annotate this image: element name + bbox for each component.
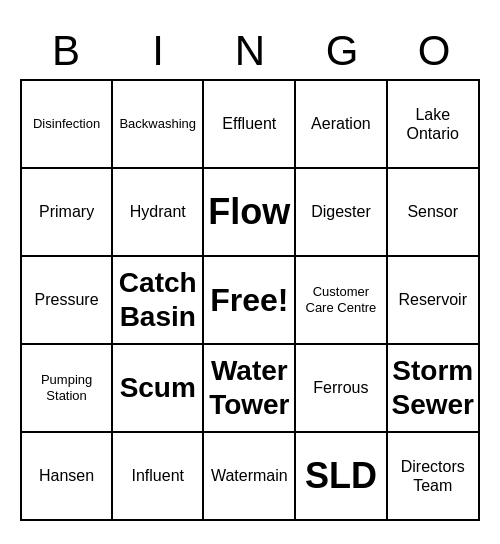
bingo-cell-text-20: Hansen <box>39 466 94 485</box>
bingo-cell-20: Hansen <box>22 433 113 521</box>
bingo-cell-18: Ferrous <box>296 345 387 433</box>
bingo-cell-text-12: Free! <box>210 281 288 319</box>
bingo-cell-21: Influent <box>113 433 204 521</box>
bingo-cell-text-6: Hydrant <box>130 202 186 221</box>
header-letter-b: B <box>20 23 112 79</box>
bingo-cell-12: Free! <box>204 257 296 345</box>
bingo-cell-24: Directors Team <box>388 433 481 521</box>
bingo-cell-text-10: Pressure <box>35 290 99 309</box>
bingo-cell-14: Reservoir <box>388 257 481 345</box>
header-letter-i: I <box>112 23 204 79</box>
bingo-cell-text-19: Storm Sewer <box>392 354 475 421</box>
bingo-cell-6: Hydrant <box>113 169 204 257</box>
bingo-cell-text-16: Scum <box>120 371 196 405</box>
bingo-header: BINGO <box>20 23 480 79</box>
bingo-cell-3: Aeration <box>296 81 387 169</box>
bingo-cell-text-17: Water Tower <box>208 354 290 421</box>
bingo-cell-19: Storm Sewer <box>388 345 481 433</box>
bingo-cell-text-8: Digester <box>311 202 371 221</box>
bingo-cell-16: Scum <box>113 345 204 433</box>
bingo-cell-text-13: Customer Care Centre <box>300 284 381 315</box>
bingo-cell-text-3: Aeration <box>311 114 371 133</box>
bingo-cell-7: Flow <box>204 169 296 257</box>
bingo-cell-15: Pumping Station <box>22 345 113 433</box>
bingo-cell-9: Sensor <box>388 169 481 257</box>
bingo-card: BINGO DisinfectionBackwashingEffluentAer… <box>20 23 480 521</box>
bingo-cell-5: Primary <box>22 169 113 257</box>
bingo-cell-1: Backwashing <box>113 81 204 169</box>
bingo-cell-text-5: Primary <box>39 202 94 221</box>
bingo-cell-13: Customer Care Centre <box>296 257 387 345</box>
bingo-cell-text-22: Watermain <box>211 466 288 485</box>
bingo-cell-text-9: Sensor <box>407 202 458 221</box>
bingo-cell-17: Water Tower <box>204 345 296 433</box>
bingo-grid: DisinfectionBackwashingEffluentAerationL… <box>20 79 480 521</box>
bingo-cell-text-21: Influent <box>132 466 184 485</box>
header-letter-g: G <box>296 23 388 79</box>
bingo-cell-4: Lake Ontario <box>388 81 481 169</box>
bingo-cell-8: Digester <box>296 169 387 257</box>
bingo-cell-0: Disinfection <box>22 81 113 169</box>
bingo-cell-text-1: Backwashing <box>119 116 196 132</box>
bingo-cell-text-7: Flow <box>208 190 290 233</box>
header-letter-o: O <box>388 23 480 79</box>
bingo-cell-text-14: Reservoir <box>399 290 467 309</box>
bingo-cell-text-18: Ferrous <box>313 378 368 397</box>
bingo-cell-text-11: Catch Basin <box>117 266 198 333</box>
bingo-cell-text-0: Disinfection <box>33 116 100 132</box>
header-letter-n: N <box>204 23 296 79</box>
bingo-cell-text-15: Pumping Station <box>26 372 107 403</box>
bingo-cell-text-24: Directors Team <box>392 457 475 495</box>
bingo-cell-22: Watermain <box>204 433 296 521</box>
bingo-cell-2: Effluent <box>204 81 296 169</box>
bingo-cell-text-2: Effluent <box>222 114 276 133</box>
bingo-cell-text-4: Lake Ontario <box>392 105 475 143</box>
bingo-cell-23: SLD <box>296 433 387 521</box>
bingo-cell-11: Catch Basin <box>113 257 204 345</box>
bingo-cell-text-23: SLD <box>305 454 377 497</box>
bingo-cell-10: Pressure <box>22 257 113 345</box>
